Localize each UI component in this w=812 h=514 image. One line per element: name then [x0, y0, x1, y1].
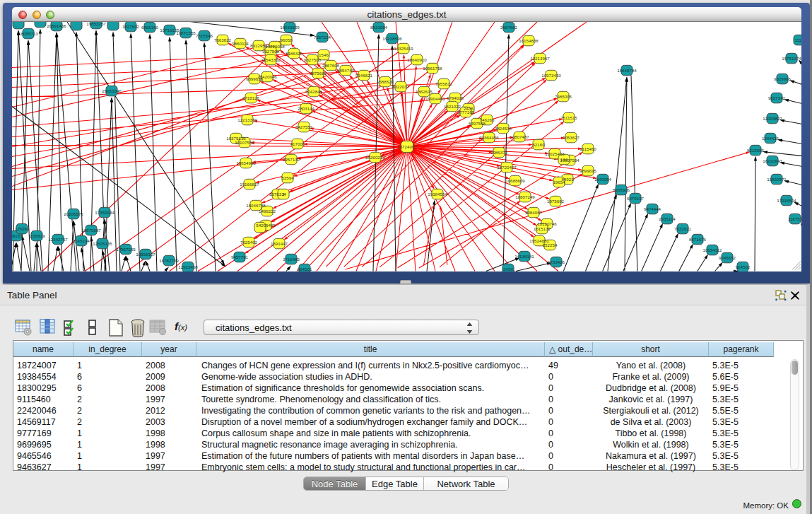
svg-text:10120746: 10120746 — [537, 221, 557, 226]
svg-text:12923468: 12923468 — [178, 264, 198, 269]
svg-text:13325419: 13325419 — [394, 46, 413, 51]
svg-text:25300273: 25300273 — [365, 155, 385, 160]
svg-text:20206576: 20206576 — [64, 211, 83, 216]
svg-text:134: 134 — [560, 157, 568, 162]
svg-text:16648784: 16648784 — [617, 68, 637, 73]
svg-text:53594: 53594 — [281, 175, 294, 180]
svg-text:1156829: 1156829 — [28, 233, 45, 238]
svg-text:2935114: 2935114 — [659, 216, 676, 221]
svg-text:8322037: 8322037 — [392, 84, 410, 89]
svg-text:8813054: 8813054 — [370, 25, 388, 30]
svg-text:17016504: 17016504 — [777, 198, 796, 203]
svg-text:135061: 135061 — [15, 226, 30, 231]
svg-text:3716485: 3716485 — [283, 257, 300, 262]
svg-text:9777169: 9777169 — [457, 110, 475, 115]
svg-text:15692971: 15692971 — [767, 177, 787, 182]
svg-text:7357224: 7357224 — [314, 35, 331, 40]
svg-text:1640954: 1640954 — [594, 177, 612, 182]
svg-text:3267130: 3267130 — [283, 157, 300, 162]
svg-text:7663822: 7663822 — [214, 37, 232, 42]
svg-text:1975692: 1975692 — [547, 199, 565, 204]
svg-text:20691406: 20691406 — [47, 23, 66, 28]
svg-text:29053346: 29053346 — [102, 88, 122, 93]
svg-text:417006: 417006 — [290, 141, 305, 146]
svg-text:2: 2 — [282, 192, 285, 197]
svg-text:18807249: 18807249 — [515, 194, 535, 199]
svg-text:116753: 116753 — [788, 216, 801, 221]
svg-text:16543362: 16543362 — [261, 57, 281, 62]
svg-text:9899695: 9899695 — [579, 168, 597, 173]
svg-text:6966160: 6966160 — [141, 25, 159, 30]
svg-text:1621022: 1621022 — [444, 104, 461, 109]
svg-text:16154838: 16154838 — [519, 38, 539, 43]
svg-text:9115460: 9115460 — [579, 146, 596, 151]
svg-text:9146821: 9146821 — [355, 73, 373, 78]
svg-text:6794028: 6794028 — [447, 95, 464, 100]
svg-text:10671355: 10671355 — [176, 30, 196, 35]
svg-text:9327508: 9327508 — [304, 57, 322, 62]
svg-text:9327508: 9327508 — [262, 49, 280, 54]
svg-text:924502: 924502 — [736, 264, 751, 269]
svg-text:17957255: 17957255 — [116, 247, 136, 252]
svg-text:16210643: 16210643 — [763, 158, 782, 163]
svg-text:19218506: 19218506 — [382, 36, 402, 41]
svg-text:12213967: 12213967 — [530, 56, 550, 61]
svg-text:8471676: 8471676 — [689, 237, 707, 242]
svg-text:19384554: 19384554 — [428, 192, 447, 197]
svg-text:10973493: 10973493 — [541, 73, 561, 78]
svg-text:9053627: 9053627 — [563, 135, 580, 140]
svg-text:7632621: 7632621 — [674, 226, 692, 231]
svg-text:2718126: 2718126 — [242, 95, 260, 100]
svg-text:10961758: 10961758 — [423, 66, 442, 71]
svg-text:9084067: 9084067 — [525, 210, 543, 215]
svg-text:19654983: 19654983 — [236, 160, 256, 165]
svg-text:1498222: 1498222 — [259, 209, 276, 214]
svg-text:1546: 1546 — [319, 52, 329, 57]
svg-text:252254: 252254 — [543, 243, 558, 247]
svg-text:7625402: 7625402 — [240, 240, 258, 245]
svg-text:9245652: 9245652 — [719, 255, 736, 260]
svg-text:17359934: 17359934 — [95, 210, 114, 215]
svg-text:1145194: 1145194 — [73, 238, 90, 243]
svg-text:19853257: 19853257 — [86, 22, 106, 26]
svg-text:15751074: 15751074 — [782, 56, 801, 61]
svg-text:10025433: 10025433 — [545, 151, 565, 156]
svg-text:18640910: 18640910 — [407, 57, 427, 62]
svg-text:7485005: 7485005 — [555, 94, 572, 99]
svg-text:54099489: 54099489 — [256, 223, 276, 228]
svg-text:8454749: 8454749 — [337, 68, 355, 73]
svg-text:3824534: 3824534 — [495, 126, 512, 131]
svg-text:7511515: 7511515 — [560, 115, 577, 120]
svg-text:10107553: 10107553 — [235, 140, 254, 145]
svg-text:8186328: 8186328 — [286, 51, 303, 56]
svg-text:9227342: 9227342 — [768, 95, 786, 100]
svg-text:1362615: 1362615 — [416, 89, 433, 94]
svg-text:894561: 894561 — [298, 267, 312, 271]
svg-text:1244415: 1244415 — [762, 136, 779, 141]
svg-text:14136141: 14136141 — [514, 254, 534, 259]
svg-text:10688609: 10688609 — [505, 178, 525, 183]
svg-text:12093822: 12093822 — [763, 116, 782, 121]
svg-text:7986372: 7986372 — [490, 150, 508, 155]
svg-text:9860114: 9860114 — [232, 41, 249, 46]
svg-text:16782759: 16782759 — [159, 258, 179, 263]
svg-text:1615132: 1615132 — [534, 226, 551, 231]
svg-text:746266: 746266 — [480, 117, 495, 122]
svg-text:18720407: 18720407 — [497, 165, 517, 170]
svg-text:9329966: 9329966 — [774, 76, 792, 81]
svg-text:2687682: 2687682 — [500, 25, 518, 30]
svg-text:2803144: 2803144 — [298, 106, 315, 111]
svg-text:1117: 1117 — [795, 37, 801, 42]
svg-text:9457791: 9457791 — [231, 255, 249, 259]
svg-text:10654112: 10654112 — [702, 247, 722, 252]
svg-text:19654: 19654 — [553, 180, 565, 185]
svg-text:12342757: 12342757 — [48, 237, 68, 242]
svg-text:8938926: 8938926 — [613, 187, 630, 192]
svg-text:7955812: 7955812 — [435, 81, 453, 86]
svg-text:1588520: 1588520 — [377, 79, 394, 84]
svg-text:16046788: 16046788 — [246, 203, 266, 208]
svg-text:10958107: 10958107 — [136, 252, 155, 257]
svg-text:7515546: 7515546 — [196, 33, 213, 38]
svg-text:3875685: 3875685 — [310, 71, 327, 76]
svg-text:19166827: 19166827 — [240, 182, 259, 187]
